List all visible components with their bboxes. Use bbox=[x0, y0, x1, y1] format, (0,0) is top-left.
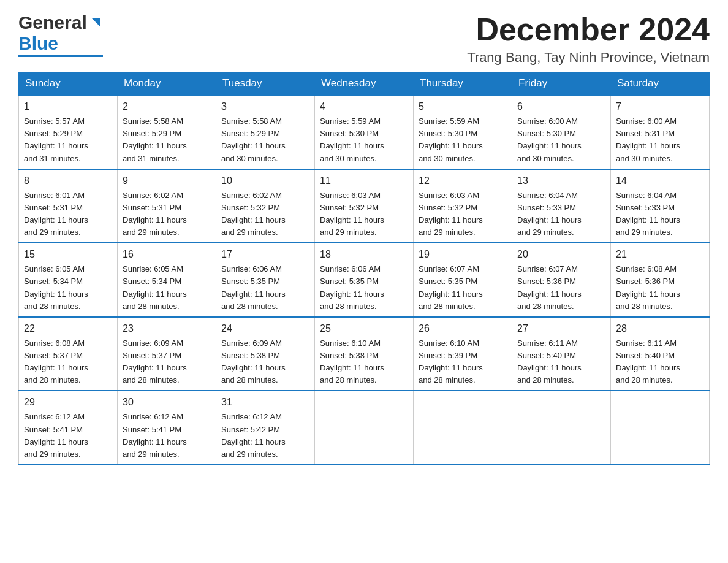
calendar-cell: 10 Sunrise: 6:02 AMSunset: 5:32 PMDaylig… bbox=[216, 169, 315, 243]
calendar-cell bbox=[315, 391, 414, 465]
day-info: Sunrise: 6:02 AMSunset: 5:31 PMDaylight:… bbox=[123, 190, 211, 239]
calendar-cell: 4 Sunrise: 5:59 AMSunset: 5:30 PMDayligh… bbox=[315, 95, 414, 169]
logo-general: General bbox=[18, 12, 87, 33]
day-info: Sunrise: 6:08 AMSunset: 5:37 PMDaylight:… bbox=[24, 337, 112, 387]
month-title: December 2024 bbox=[467, 12, 710, 47]
logo-blue: Blue bbox=[18, 33, 58, 54]
day-number: 9 bbox=[123, 174, 211, 188]
day-number: 1 bbox=[24, 99, 112, 114]
calendar-cell: 30 Sunrise: 6:12 AMSunset: 5:41 PMDaylig… bbox=[118, 391, 216, 465]
day-number: 24 bbox=[221, 321, 309, 336]
day-number: 19 bbox=[419, 247, 507, 262]
calendar-cell bbox=[611, 391, 710, 465]
day-number: 11 bbox=[320, 174, 408, 188]
day-number: 22 bbox=[24, 321, 112, 336]
day-info: Sunrise: 6:09 AMSunset: 5:38 PMDaylight:… bbox=[221, 337, 309, 387]
calendar-cell: 1 Sunrise: 5:57 AMSunset: 5:29 PMDayligh… bbox=[19, 95, 118, 169]
calendar-header-friday: Friday bbox=[512, 72, 611, 96]
calendar-cell: 22 Sunrise: 6:08 AMSunset: 5:37 PMDaylig… bbox=[19, 317, 118, 391]
day-info: Sunrise: 6:05 AMSunset: 5:34 PMDaylight:… bbox=[24, 263, 112, 313]
day-number: 15 bbox=[24, 247, 112, 262]
calendar-cell: 15 Sunrise: 6:05 AMSunset: 5:34 PMDaylig… bbox=[19, 243, 118, 317]
logo: General Blue bbox=[18, 12, 103, 57]
day-number: 5 bbox=[419, 99, 507, 114]
day-info: Sunrise: 5:59 AMSunset: 5:30 PMDaylight:… bbox=[419, 115, 507, 165]
day-number: 13 bbox=[517, 174, 605, 188]
day-info: Sunrise: 6:10 AMSunset: 5:39 PMDaylight:… bbox=[419, 337, 507, 387]
day-info: Sunrise: 6:11 AMSunset: 5:40 PMDaylight:… bbox=[517, 337, 605, 387]
calendar-cell: 17 Sunrise: 6:06 AMSunset: 5:35 PMDaylig… bbox=[216, 243, 315, 317]
day-number: 27 bbox=[517, 321, 605, 336]
calendar-cell: 26 Sunrise: 6:10 AMSunset: 5:39 PMDaylig… bbox=[414, 317, 512, 391]
calendar-cell: 13 Sunrise: 6:04 AMSunset: 5:33 PMDaylig… bbox=[512, 169, 611, 243]
calendar-cell: 16 Sunrise: 6:05 AMSunset: 5:34 PMDaylig… bbox=[118, 243, 216, 317]
calendar-header-monday: Monday bbox=[118, 72, 216, 96]
day-info: Sunrise: 6:03 AMSunset: 5:32 PMDaylight:… bbox=[320, 190, 408, 239]
day-number: 21 bbox=[616, 247, 704, 262]
day-info: Sunrise: 6:02 AMSunset: 5:32 PMDaylight:… bbox=[221, 190, 309, 239]
calendar-header-row: SundayMondayTuesdayWednesdayThursdayFrid… bbox=[19, 72, 710, 96]
page-header: General Blue December 2024 Trang Bang, T… bbox=[18, 12, 710, 66]
day-info: Sunrise: 5:58 AMSunset: 5:29 PMDaylight:… bbox=[123, 115, 211, 165]
day-info: Sunrise: 6:07 AMSunset: 5:36 PMDaylight:… bbox=[517, 263, 605, 313]
calendar-header-saturday: Saturday bbox=[611, 72, 710, 96]
calendar-cell: 7 Sunrise: 6:00 AMSunset: 5:31 PMDayligh… bbox=[611, 95, 710, 169]
day-number: 2 bbox=[123, 99, 211, 114]
day-number: 16 bbox=[123, 247, 211, 262]
calendar-cell: 27 Sunrise: 6:11 AMSunset: 5:40 PMDaylig… bbox=[512, 317, 611, 391]
day-info: Sunrise: 6:00 AMSunset: 5:30 PMDaylight:… bbox=[517, 115, 605, 165]
day-info: Sunrise: 6:10 AMSunset: 5:38 PMDaylight:… bbox=[320, 337, 408, 387]
calendar-cell: 20 Sunrise: 6:07 AMSunset: 5:36 PMDaylig… bbox=[512, 243, 611, 317]
calendar-cell: 6 Sunrise: 6:00 AMSunset: 5:30 PMDayligh… bbox=[512, 95, 611, 169]
calendar-header-thursday: Thursday bbox=[414, 72, 512, 96]
calendar-week-row-3: 15 Sunrise: 6:05 AMSunset: 5:34 PMDaylig… bbox=[19, 243, 710, 317]
calendar-cell: 3 Sunrise: 5:58 AMSunset: 5:29 PMDayligh… bbox=[216, 95, 315, 169]
calendar-table: SundayMondayTuesdayWednesdayThursdayFrid… bbox=[18, 72, 710, 465]
day-info: Sunrise: 6:12 AMSunset: 5:42 PMDaylight:… bbox=[221, 411, 309, 461]
calendar-cell: 9 Sunrise: 6:02 AMSunset: 5:31 PMDayligh… bbox=[118, 169, 216, 243]
calendar-cell: 14 Sunrise: 6:04 AMSunset: 5:33 PMDaylig… bbox=[611, 169, 710, 243]
calendar-cell bbox=[414, 391, 512, 465]
calendar-cell: 21 Sunrise: 6:08 AMSunset: 5:36 PMDaylig… bbox=[611, 243, 710, 317]
day-number: 6 bbox=[517, 99, 605, 114]
day-number: 10 bbox=[221, 174, 309, 188]
location: Trang Bang, Tay Ninh Province, Vietnam bbox=[467, 50, 710, 66]
calendar-cell: 29 Sunrise: 6:12 AMSunset: 5:41 PMDaylig… bbox=[19, 391, 118, 465]
day-info: Sunrise: 6:05 AMSunset: 5:34 PMDaylight:… bbox=[123, 263, 211, 313]
calendar-week-row-2: 8 Sunrise: 6:01 AMSunset: 5:31 PMDayligh… bbox=[19, 169, 710, 243]
calendar-cell: 31 Sunrise: 6:12 AMSunset: 5:42 PMDaylig… bbox=[216, 391, 315, 465]
day-info: Sunrise: 6:03 AMSunset: 5:32 PMDaylight:… bbox=[419, 190, 507, 239]
calendar-week-row-4: 22 Sunrise: 6:08 AMSunset: 5:37 PMDaylig… bbox=[19, 317, 710, 391]
calendar-cell: 18 Sunrise: 6:06 AMSunset: 5:35 PMDaylig… bbox=[315, 243, 414, 317]
calendar-week-row-1: 1 Sunrise: 5:57 AMSunset: 5:29 PMDayligh… bbox=[19, 95, 710, 169]
calendar-cell: 19 Sunrise: 6:07 AMSunset: 5:35 PMDaylig… bbox=[414, 243, 512, 317]
calendar-cell: 12 Sunrise: 6:03 AMSunset: 5:32 PMDaylig… bbox=[414, 169, 512, 243]
day-info: Sunrise: 6:11 AMSunset: 5:40 PMDaylight:… bbox=[616, 337, 704, 387]
calendar-header-tuesday: Tuesday bbox=[216, 72, 315, 96]
calendar-cell: 25 Sunrise: 6:10 AMSunset: 5:38 PMDaylig… bbox=[315, 317, 414, 391]
day-number: 29 bbox=[24, 395, 112, 410]
day-number: 28 bbox=[616, 321, 704, 336]
calendar-cell: 8 Sunrise: 6:01 AMSunset: 5:31 PMDayligh… bbox=[19, 169, 118, 243]
day-number: 12 bbox=[419, 174, 507, 188]
calendar-cell: 24 Sunrise: 6:09 AMSunset: 5:38 PMDaylig… bbox=[216, 317, 315, 391]
day-number: 31 bbox=[221, 395, 309, 410]
day-info: Sunrise: 6:12 AMSunset: 5:41 PMDaylight:… bbox=[24, 411, 112, 461]
title-section: December 2024 Trang Bang, Tay Ninh Provi… bbox=[467, 12, 710, 66]
day-info: Sunrise: 6:12 AMSunset: 5:41 PMDaylight:… bbox=[123, 411, 211, 461]
day-info: Sunrise: 6:04 AMSunset: 5:33 PMDaylight:… bbox=[517, 190, 605, 239]
day-number: 18 bbox=[320, 247, 408, 262]
day-number: 23 bbox=[123, 321, 211, 336]
calendar-cell: 28 Sunrise: 6:11 AMSunset: 5:40 PMDaylig… bbox=[611, 317, 710, 391]
day-info: Sunrise: 6:06 AMSunset: 5:35 PMDaylight:… bbox=[320, 263, 408, 313]
day-number: 4 bbox=[320, 99, 408, 114]
day-number: 14 bbox=[616, 174, 704, 188]
day-number: 26 bbox=[419, 321, 507, 336]
day-number: 25 bbox=[320, 321, 408, 336]
day-info: Sunrise: 6:00 AMSunset: 5:31 PMDaylight:… bbox=[616, 115, 704, 165]
calendar-week-row-5: 29 Sunrise: 6:12 AMSunset: 5:41 PMDaylig… bbox=[19, 391, 710, 465]
day-info: Sunrise: 5:57 AMSunset: 5:29 PMDaylight:… bbox=[24, 115, 112, 165]
day-info: Sunrise: 6:06 AMSunset: 5:35 PMDaylight:… bbox=[221, 263, 309, 313]
svg-marker-0 bbox=[92, 18, 100, 27]
day-number: 7 bbox=[616, 99, 704, 114]
